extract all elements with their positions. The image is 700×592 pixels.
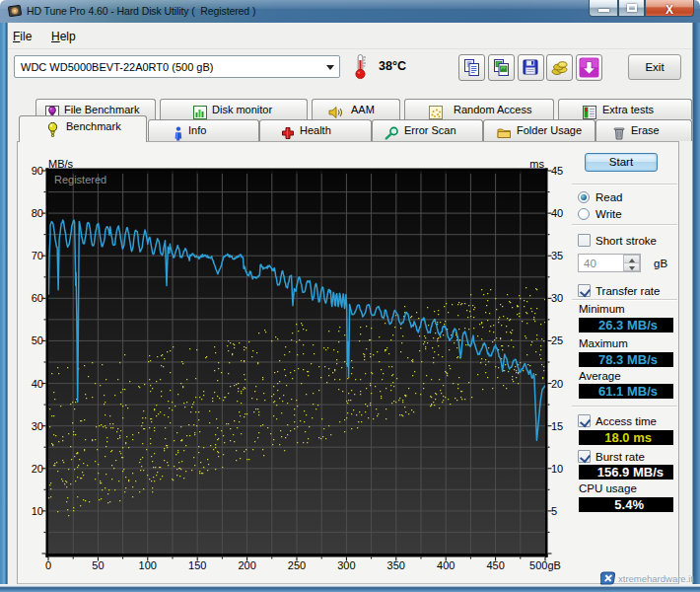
- svg-text:50: 50: [92, 559, 104, 571]
- svg-text:250: 250: [288, 559, 306, 571]
- svg-text:300: 300: [337, 559, 355, 571]
- svg-text:90: 90: [32, 165, 43, 177]
- svg-text:450: 450: [486, 559, 504, 571]
- svg-text:5: 5: [551, 505, 557, 517]
- svg-text:500gB: 500gB: [529, 559, 561, 571]
- svg-text:350: 350: [387, 559, 405, 571]
- svg-text:10: 10: [551, 463, 563, 475]
- svg-text:70: 70: [32, 250, 43, 261]
- svg-text:100: 100: [139, 559, 157, 571]
- svg-text:50: 50: [32, 334, 43, 346]
- svg-text:40: 40: [551, 207, 563, 219]
- svg-text:MB/s: MB/s: [48, 158, 74, 170]
- svg-text:Registered: Registered: [54, 174, 106, 185]
- svg-text:400: 400: [437, 559, 455, 571]
- svg-text:60: 60: [32, 292, 43, 304]
- svg-text:150: 150: [188, 559, 206, 571]
- svg-text:30: 30: [32, 420, 43, 432]
- svg-text:0: 0: [45, 559, 51, 571]
- svg-text:30: 30: [551, 292, 563, 304]
- svg-text:80: 80: [32, 207, 43, 219]
- svg-text:ms: ms: [529, 158, 544, 170]
- svg-text:10: 10: [32, 505, 43, 517]
- svg-text:25: 25: [551, 334, 563, 346]
- svg-text:15: 15: [551, 420, 563, 432]
- svg-text:200: 200: [238, 559, 255, 571]
- svg-text:20: 20: [32, 463, 43, 475]
- svg-text:20: 20: [551, 378, 563, 390]
- svg-text:40: 40: [32, 378, 43, 390]
- svg-text:35: 35: [551, 250, 563, 261]
- svg-text:45: 45: [551, 165, 563, 177]
